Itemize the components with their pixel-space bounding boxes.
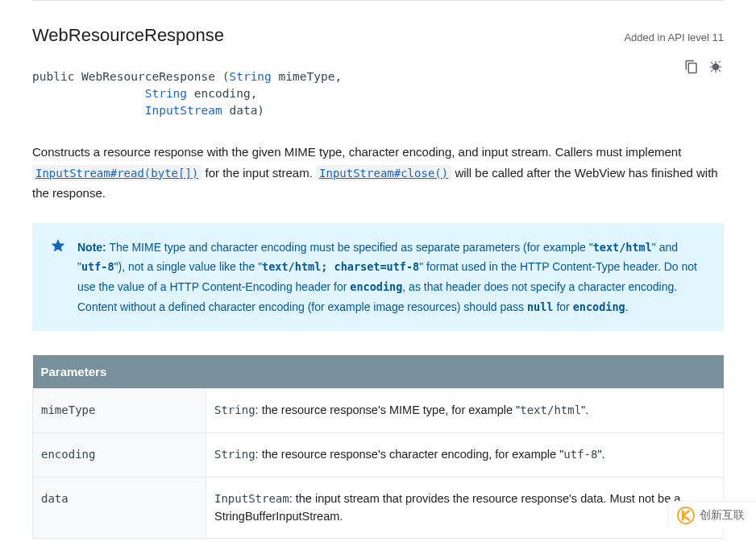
param-desc: String: the resource response's characte… — [206, 433, 724, 478]
note-text: Note: The MIME type and character encodi… — [77, 241, 697, 313]
param-desc: InputStream: the input stream that provi… — [206, 477, 724, 539]
method-signature: public WebResourceResponse (String mimeT… — [32, 68, 724, 119]
copy-icon[interactable] — [683, 59, 700, 75]
parameters-header: Parameters — [33, 355, 724, 389]
watermark: 创新互联 — [668, 501, 756, 529]
note-label: Note: — [77, 241, 106, 254]
param-name: encoding — [33, 433, 206, 478]
api-level-badge: Added in API level 11 — [624, 31, 724, 43]
link-inputstream-close[interactable]: InputStream#close() — [316, 165, 451, 181]
type-link-string[interactable]: String — [229, 70, 271, 83]
parameters-table: Parameters mimeType String: the resource… — [32, 355, 724, 539]
watermark-text: 创新互联 — [700, 508, 745, 523]
method-header: WebResourceResponse Added in API level 1… — [32, 25, 724, 46]
svg-point-0 — [712, 64, 719, 70]
signature-block: public WebResourceResponse (String mimeT… — [32, 68, 724, 119]
section-divider — [32, 0, 724, 1]
param-desc: String: the resource response's MIME typ… — [206, 389, 724, 433]
method-description: Constructs a resource response with the … — [32, 142, 724, 204]
star-icon — [50, 238, 66, 254]
svg-point-1 — [678, 507, 694, 523]
note-callout: Note: The MIME type and character encodi… — [32, 223, 724, 332]
theme-toggle-icon[interactable] — [708, 59, 724, 75]
table-row: data InputStream: the input stream that … — [33, 477, 724, 539]
link-inputstream-read[interactable]: InputStream#read(byte[]) — [32, 165, 201, 181]
method-title: WebResourceResponse — [32, 25, 224, 46]
type-link-inputstream[interactable]: InputStream — [145, 104, 222, 117]
table-row: mimeType String: the resource response's… — [33, 389, 724, 433]
param-name: mimeType — [33, 389, 206, 433]
logo-icon — [677, 507, 695, 524]
table-row: encoding String: the resource response's… — [33, 433, 724, 478]
type-link-string[interactable]: String — [145, 87, 187, 100]
param-name: data — [33, 477, 206, 539]
